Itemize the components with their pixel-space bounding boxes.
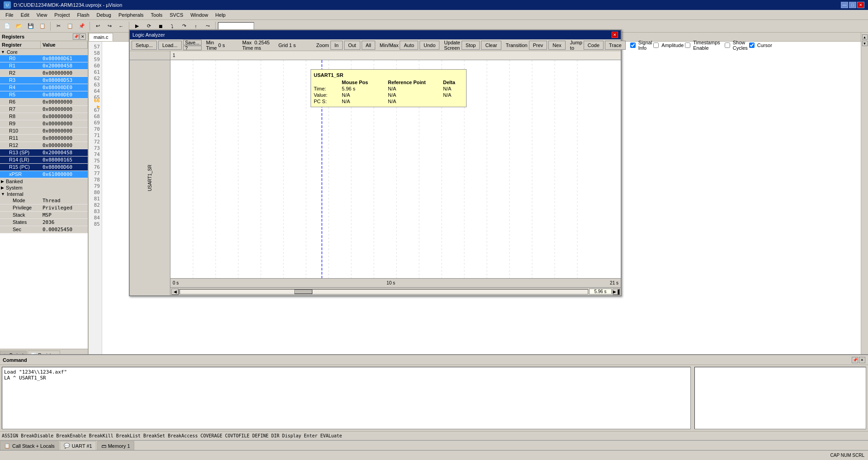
menu-window[interactable]: Window	[187, 11, 212, 19]
la-trace-button[interactable]: Trace	[605, 41, 626, 50]
redo-button[interactable]: ↪	[104, 21, 115, 31]
menu-file[interactable]: File	[2, 11, 17, 19]
la-zoom-all-button[interactable]: All	[362, 41, 375, 50]
scroll-up-btn[interactable]: ▲	[862, 34, 868, 40]
registers-pin-btn[interactable]: 📌	[73, 33, 79, 40]
close-button[interactable]: ✕	[857, 2, 864, 8]
la-stop-button[interactable]: Stop	[462, 41, 480, 50]
reg-R10[interactable]: R10 0x00000000	[0, 128, 88, 135]
reg-R4[interactable]: R4 0x08000DE0	[0, 84, 88, 91]
menu-svcs[interactable]: SVCS	[166, 11, 187, 19]
reg-R8[interactable]: R8 0x00000000	[0, 113, 88, 120]
paste-button[interactable]: 📌	[76, 21, 87, 31]
uart-label: UART #1	[72, 443, 92, 449]
la-info-grid: Mouse Pos Reference Point Delta Time: 5.…	[314, 80, 463, 104]
la-show-cycles-checkbox[interactable]	[725, 43, 730, 48]
reg-R13[interactable]: R13 (SP) 0x20000458	[0, 149, 88, 156]
reg-group-banked-header[interactable]: ▶ Banked	[0, 178, 88, 185]
tab-mainc[interactable]: main.c	[89, 33, 113, 41]
reg-R7[interactable]: R7 0x00000000	[0, 106, 88, 113]
save-button[interactable]: 💾	[25, 21, 36, 31]
menu-project[interactable]: Project	[51, 11, 73, 19]
new-button[interactable]: 📄	[2, 21, 13, 31]
reg-group-internal-header[interactable]: ▼ Internal	[0, 191, 88, 197]
la-timestamps-checkbox[interactable]	[685, 43, 690, 48]
la-scroll-track[interactable]	[179, 289, 588, 294]
command-pin-btn[interactable]: 📌	[852, 357, 858, 363]
registers-close-btn[interactable]: ✕	[80, 33, 86, 40]
tab-uart1[interactable]: 💬 UART #1	[60, 441, 96, 450]
reg-R11[interactable]: R11 0x00000000	[0, 135, 88, 142]
registers-list[interactable]: ▼ Core R0 0x08000D61 R1 0x20000458 R2 0x…	[0, 49, 88, 349]
reg-R14[interactable]: R14 (LR) 0x08000165	[0, 156, 88, 164]
menu-tools[interactable]: Tools	[147, 11, 166, 19]
la-zoom-out-button[interactable]: Out	[344, 41, 360, 50]
la-save-button[interactable]: Save...	[183, 40, 202, 45]
menu-flash[interactable]: Flash	[74, 11, 93, 19]
undo-button[interactable]: ↩	[92, 21, 103, 31]
tab-memory1[interactable]: 🗃 Memory 1	[97, 441, 134, 450]
system-label: System	[6, 185, 23, 190]
la-scroll-thumb[interactable]	[294, 289, 312, 294]
line-59: 59	[89, 56, 102, 62]
reg-R2[interactable]: R2 0x00000000	[0, 70, 88, 77]
cut-button[interactable]: ✂	[53, 21, 64, 31]
reg-R3[interactable]: R3 0x08000D53	[0, 77, 88, 84]
la-code-button[interactable]: Code	[584, 41, 604, 50]
menu-peripherals[interactable]: Peripherals	[115, 11, 147, 19]
la-help-button[interactable]: ?	[183, 46, 202, 50]
reg-stack[interactable]: Stack MSP	[0, 212, 88, 219]
reg-R5[interactable]: R5 0x08000DE0	[0, 91, 88, 99]
reg-privilege-name: Privilege	[0, 204, 41, 211]
la-prev-button[interactable]: Prev	[529, 41, 547, 50]
info-value-label: Value:	[314, 92, 341, 98]
reg-R9[interactable]: R9 0x00000000	[0, 120, 88, 128]
info-delta-header: Delta	[443, 80, 470, 85]
la-clear-button[interactable]: Clear	[481, 41, 501, 50]
la-auto-button[interactable]: Auto	[400, 41, 418, 50]
la-signal-info-checkbox[interactable]	[630, 43, 636, 48]
reg-R3-value: 0x08000D53	[41, 77, 88, 84]
la-next-button[interactable]: Nex	[548, 41, 566, 50]
tab-call-stack[interactable]: 📋 Call Stack + Locals	[0, 441, 59, 450]
scroll-down-btn[interactable]: ▼	[862, 41, 868, 46]
menu-edit[interactable]: Edit	[17, 11, 33, 19]
reg-R0[interactable]: R0 0x08000D61	[0, 55, 88, 62]
reg-sec[interactable]: Sec 0.00025450	[0, 226, 88, 233]
command-close-btn[interactable]: ✕	[859, 357, 865, 363]
la-scroll-left-btn[interactable]: ◀	[171, 289, 179, 295]
reg-states[interactable]: States 2036	[0, 219, 88, 226]
back-button[interactable]: ←	[116, 21, 127, 31]
reg-R1[interactable]: R1 0x20000458	[0, 62, 88, 70]
reg-privilege[interactable]: Privilege Privileged	[0, 204, 88, 212]
la-close-button[interactable]: ✕	[612, 32, 618, 38]
reg-R6[interactable]: R6 0x00000000	[0, 99, 88, 106]
reg-group-core-header[interactable]: ▼ Core	[0, 49, 88, 55]
la-wave-canvas[interactable]: USART1_SR Mouse Pos Reference Point Delt…	[170, 60, 621, 278]
la-cursor-checkbox[interactable]	[749, 43, 755, 48]
la-load-button[interactable]: Load...	[158, 41, 182, 50]
reg-mode-name: Mode	[0, 197, 41, 204]
menu-debug[interactable]: Debug	[93, 11, 115, 19]
la-amplitude-checkbox[interactable]	[653, 43, 659, 48]
save-all-button[interactable]: 📋	[37, 21, 48, 31]
la-scroll-right-end-btn[interactable]: ▶▐	[613, 289, 620, 295]
la-zoom-in-button[interactable]: In	[330, 41, 343, 50]
copy-button[interactable]: 📋	[65, 21, 75, 31]
menu-view[interactable]: View	[33, 11, 51, 19]
info-pcs-delta	[443, 99, 470, 104]
la-undo-button[interactable]: Undo	[420, 41, 439, 50]
reg-R15[interactable]: R15 (PC) 0x08000D60	[0, 164, 88, 171]
maximize-button[interactable]: □	[849, 2, 856, 8]
reg-R1-name: R1	[0, 62, 41, 69]
reg-xPSR[interactable]: xPSR 0x61000000	[0, 171, 88, 178]
reg-mode[interactable]: Mode Thread	[0, 197, 88, 204]
menu-help[interactable]: Help	[212, 11, 229, 19]
minimize-button[interactable]: —	[841, 2, 848, 8]
command-output[interactable]: Load "1234\\1234.axf" LA ^ USART1_SR	[2, 367, 691, 429]
reg-group-system-header[interactable]: ▶ System	[0, 185, 88, 191]
address-input[interactable]	[218, 22, 254, 30]
open-button[interactable]: 📂	[14, 21, 24, 31]
la-setup-button[interactable]: Setup...	[132, 41, 157, 50]
reg-R12[interactable]: R12 0x00000000	[0, 142, 88, 149]
